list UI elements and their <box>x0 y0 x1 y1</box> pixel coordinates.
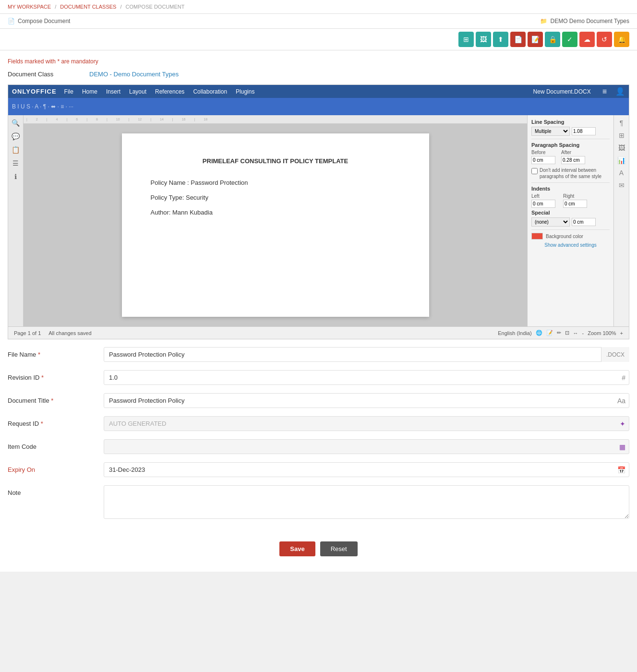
check-icon-btn[interactable]: ✓ <box>562 32 577 47</box>
paragraph-settings-icon[interactable]: ¶ <box>620 119 624 127</box>
editor-menu: File Home Insert Layout References Colla… <box>62 87 257 96</box>
editor-statusbar: Page 1 of 1 All changes saved English (I… <box>8 326 629 339</box>
item-code-label: Item Code <box>8 439 104 450</box>
globe-icon[interactable]: 🌐 <box>536 330 542 336</box>
editor-topbar: ONLYOFFICE File Home Insert Layout Refer… <box>8 85 629 98</box>
zoom-level: Zoom 100% <box>588 330 616 336</box>
request-id-label: Request ID * <box>8 416 104 427</box>
expiry-on-input[interactable] <box>104 462 629 477</box>
note-field <box>104 485 629 520</box>
track-changes-icon[interactable]: ✏ <box>557 330 561 336</box>
menu-insert[interactable]: Insert <box>104 87 122 96</box>
doc-title-row: Document Title * Aa <box>8 393 629 410</box>
bg-color-swatch[interactable] <box>531 233 543 240</box>
dont-add-checkbox[interactable] <box>531 168 538 174</box>
ruler-top: |2|4|6|8|10|12|14|16|18 <box>24 115 527 124</box>
file-name-input[interactable] <box>104 347 629 362</box>
right-indent-label: Right <box>563 193 587 199</box>
reset-button[interactable]: Reset <box>320 541 358 556</box>
special-select[interactable]: (none) <box>531 217 570 227</box>
list-icon[interactable]: ☰ <box>12 159 19 167</box>
barcode-icon: ▦ <box>619 443 625 451</box>
menu-file[interactable]: File <box>62 87 75 96</box>
item-code-input[interactable] <box>104 439 629 454</box>
comment-icon[interactable]: 💬 <box>12 132 20 140</box>
ruler-marks: |2|4|6|8|10|12|14|16|18 <box>25 118 527 121</box>
doc-class-row: Document Class DEMO - Demo Document Type… <box>8 71 629 78</box>
text-art-icon[interactable]: A <box>619 169 624 177</box>
info-icon[interactable]: ℹ <box>14 173 17 180</box>
line-spacing-input[interactable] <box>572 127 596 135</box>
doc-title-label: Document Title * <box>8 393 104 404</box>
show-advanced-link[interactable]: Show advanced settings <box>531 242 610 248</box>
revision-id-label: Revision ID * <box>8 370 104 381</box>
before-input[interactable] <box>531 156 555 164</box>
line-spacing-row: Multiple <box>531 127 610 136</box>
grid-icon-btn[interactable]: ⊞ <box>458 32 474 47</box>
lock-icon-btn[interactable]: 🔒 <box>545 32 560 47</box>
revision-id-row: Revision ID * # <box>8 370 629 387</box>
line-spacing-select[interactable]: Multiple <box>531 127 570 136</box>
zoom-in-icon[interactable]: + <box>620 330 623 336</box>
item-code-row: Item Code ▦ <box>8 439 629 456</box>
main-content: Fields marked with * are mandatory Docum… <box>0 50 637 572</box>
note-textarea[interactable] <box>104 485 629 519</box>
bg-color-label: Background color <box>546 234 583 239</box>
menu-home[interactable]: Home <box>80 87 99 96</box>
doc-canvas[interactable]: PRIMELEAF CONSULTING IT POLICY TEMPLATE … <box>24 124 527 326</box>
fit-width-icon[interactable]: ↔ <box>573 330 578 336</box>
doc-line-1: Policy Name : Password Protection <box>151 179 400 186</box>
dont-add-label: Don't add interval between paragraphs of… <box>540 167 610 180</box>
after-input[interactable] <box>561 156 585 164</box>
editor-right-panel: Line Spacing Multiple Paragraph Spacing … <box>527 115 613 326</box>
save-button[interactable]: Save <box>279 541 315 556</box>
doc-title-input[interactable] <box>104 393 629 408</box>
topbar: 📄 Compose Document 📁 DEMO Demo Document … <box>0 14 637 29</box>
expiry-on-row: Expiry On 📅 <box>8 462 629 480</box>
line-spacing-title: Line Spacing <box>531 119 610 125</box>
cloud-icon-btn[interactable]: ☁ <box>579 32 595 47</box>
upload-icon-btn[interactable]: ⬆ <box>493 32 508 47</box>
breadcrumb-document-classes[interactable]: DOCUMENT CLASSES <box>60 4 116 10</box>
chart-icon[interactable]: 📊 <box>617 156 625 164</box>
refresh-icon-btn[interactable]: ↺ <box>597 32 612 47</box>
after-label: After <box>561 150 585 155</box>
folder-icon: 📁 <box>540 18 547 24</box>
fit-page-icon[interactable]: ⊡ <box>565 330 569 336</box>
right-indent-input[interactable] <box>563 200 587 208</box>
doc-icon-btn[interactable]: 📝 <box>528 32 543 47</box>
bell-icon-btn[interactable]: 🔔 <box>614 32 629 47</box>
editor-doc-title: New Document.DOCX <box>533 88 591 95</box>
zoom-out-icon[interactable]: - <box>582 330 584 336</box>
image-panel-icon[interactable]: 🖼 <box>618 144 625 152</box>
compose-doc-icon: 📄 <box>8 18 15 24</box>
mail-icon[interactable]: ✉ <box>619 181 625 189</box>
editor-body: 🔍 💬 📋 ☰ ℹ |2|4|6|8|10|12|14|16|18 PRIMEL… <box>8 115 629 326</box>
left-indent-input[interactable] <box>531 200 555 208</box>
track-icon[interactable]: 📋 <box>12 146 20 154</box>
special-input[interactable] <box>572 218 596 226</box>
request-id-field: ✦ <box>104 416 629 431</box>
editor-options-icon[interactable]: ≡ <box>602 87 607 96</box>
spell-icon[interactable]: 📝 <box>546 330 553 336</box>
breadcrumb-my-workspace[interactable]: MY WORKSPACE <box>8 4 51 10</box>
special-label: Special <box>531 210 610 216</box>
revision-id-input[interactable] <box>104 370 629 385</box>
image-icon-btn[interactable]: 🖼 <box>476 32 491 47</box>
menu-references[interactable]: References <box>153 87 186 96</box>
menu-collaboration[interactable]: Collaboration <box>191 87 229 96</box>
indents-title: Indents <box>531 186 610 192</box>
calendar-icon[interactable]: 📅 <box>617 466 625 474</box>
pdf-icon-btn[interactable]: 📄 <box>510 32 526 47</box>
editor-user-icon[interactable]: 👤 <box>615 87 625 96</box>
search-icon[interactable]: 🔍 <box>12 119 20 127</box>
icon-toolbar: ⊞ 🖼 ⬆ 📄 📝 🔒 ✓ ☁ ↺ 🔔 <box>0 29 637 50</box>
left-indent-label: Left <box>531 193 555 199</box>
language-indicator[interactable]: English (India) <box>498 330 531 336</box>
revision-id-field: # <box>104 370 629 385</box>
menu-plugins[interactable]: Plugins <box>234 87 256 96</box>
file-name-row: File Name * .DOCX <box>8 347 629 364</box>
table-icon[interactable]: ⊞ <box>619 132 625 139</box>
menu-layout[interactable]: Layout <box>127 87 148 96</box>
editor-left-tools: 🔍 💬 📋 ☰ ℹ <box>8 115 24 326</box>
